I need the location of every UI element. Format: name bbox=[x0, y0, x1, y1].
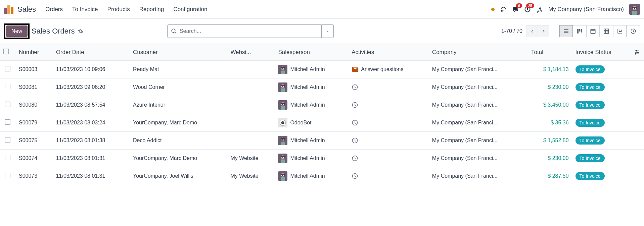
row-checkbox[interactable] bbox=[5, 137, 10, 143]
view-graph-button[interactable] bbox=[613, 25, 627, 37]
svg-point-37 bbox=[635, 53, 636, 54]
clock-icon bbox=[352, 102, 358, 108]
table-row[interactable]: S0007411/03/2023 08:01:31YourCompany, Ma… bbox=[0, 150, 644, 167]
new-button-highlight: New bbox=[4, 23, 30, 39]
company-selector[interactable]: My Company (San Francisco) bbox=[548, 6, 624, 13]
cell-activities[interactable] bbox=[348, 96, 429, 114]
row-checkbox[interactable] bbox=[5, 84, 10, 89]
cell-website: My Website bbox=[227, 150, 275, 167]
cell-activities[interactable] bbox=[348, 132, 429, 150]
cell-invoice-status: To Invoice bbox=[572, 78, 631, 96]
col-company[interactable]: Company bbox=[429, 44, 528, 61]
svg-rect-9 bbox=[632, 7, 637, 8]
col-total[interactable]: Total bbox=[528, 44, 572, 61]
cell-activities[interactable]: Answer questions bbox=[348, 61, 429, 78]
app-title[interactable]: Sales bbox=[17, 5, 36, 14]
cell-website bbox=[227, 61, 275, 78]
col-options[interactable] bbox=[631, 44, 644, 61]
status-badge: To Invoice bbox=[576, 101, 605, 109]
select-all-checkbox[interactable] bbox=[3, 49, 9, 54]
pager-prev-button[interactable] bbox=[526, 25, 538, 37]
col-customer[interactable]: Customer bbox=[130, 44, 227, 61]
cell-total: $ 35.36 bbox=[528, 114, 572, 132]
nav-products[interactable]: Products bbox=[107, 6, 130, 13]
cell-number: S00075 bbox=[15, 132, 53, 150]
cell-activities[interactable] bbox=[348, 150, 429, 167]
row-checkbox[interactable] bbox=[5, 173, 10, 178]
col-website[interactable]: Websi... bbox=[227, 44, 275, 61]
col-number[interactable]: Number bbox=[15, 44, 53, 61]
table-row[interactable]: S0007911/03/2023 08:03:24YourCompany, Ma… bbox=[0, 114, 644, 132]
pager-text[interactable]: 1-70 / 70 bbox=[501, 28, 522, 34]
cell-company: My Company (San Franci... bbox=[429, 78, 528, 96]
cell-company: My Company (San Franci... bbox=[429, 114, 528, 132]
cell-activities[interactable] bbox=[348, 78, 429, 96]
salesperson-avatar bbox=[278, 82, 287, 92]
sliders-icon bbox=[634, 49, 640, 55]
view-pivot-button[interactable] bbox=[600, 25, 613, 37]
cell-salesperson: Mitchell Admin bbox=[275, 167, 348, 185]
svg-point-43 bbox=[283, 68, 284, 69]
svg-point-12 bbox=[635, 8, 636, 9]
col-invoice-status[interactable]: Invoice Status bbox=[572, 44, 631, 61]
col-activities[interactable]: Activities bbox=[348, 44, 429, 61]
tools-icon[interactable] bbox=[536, 6, 543, 13]
cell-number: S00079 bbox=[15, 114, 53, 132]
search-dropdown-toggle[interactable] bbox=[322, 24, 334, 38]
svg-rect-55 bbox=[281, 103, 285, 104]
svg-rect-0 bbox=[501, 10, 502, 11]
col-order-date[interactable]: Order Date bbox=[53, 44, 130, 61]
activities-icon[interactable]: 25 bbox=[524, 6, 531, 13]
salesperson-name: Mitchell Admin bbox=[290, 155, 325, 161]
svg-rect-20 bbox=[579, 29, 580, 32]
cell-invoice-status: To Invoice bbox=[572, 150, 631, 167]
view-calendar-button[interactable] bbox=[586, 25, 600, 37]
table-row[interactable]: S0007311/03/2023 08:01:31YourCompany, Jo… bbox=[0, 167, 644, 185]
cell-number: S00074 bbox=[15, 150, 53, 167]
row-checkbox[interactable] bbox=[5, 66, 10, 71]
svg-point-86 bbox=[281, 175, 282, 176]
voip-icon[interactable] bbox=[500, 6, 507, 13]
row-checkbox[interactable] bbox=[5, 119, 10, 125]
svg-point-49 bbox=[281, 86, 282, 87]
col-salesperson[interactable]: Salesperson bbox=[275, 44, 348, 61]
user-avatar[interactable] bbox=[629, 4, 640, 15]
search-box[interactable] bbox=[167, 24, 322, 38]
gear-icon[interactable] bbox=[78, 29, 83, 34]
new-button[interactable]: New bbox=[6, 25, 28, 37]
table-row[interactable]: S0000311/03/2023 10:09:06Ready MatMitche… bbox=[0, 61, 644, 78]
view-activity-button[interactable] bbox=[627, 25, 640, 37]
cell-salesperson: Mitchell Admin bbox=[275, 96, 348, 114]
nav-to-invoice[interactable]: To Invoice bbox=[72, 6, 98, 13]
cell-company: My Company (San Franci... bbox=[429, 61, 528, 78]
row-checkbox[interactable] bbox=[5, 155, 10, 160]
cell-invoice-status: To Invoice bbox=[572, 132, 631, 150]
nav-reporting[interactable]: Reporting bbox=[139, 6, 164, 13]
table-row[interactable]: S0008111/03/2023 09:06:20Wood CornerMitc… bbox=[0, 78, 644, 96]
table-row[interactable]: S0007511/03/2023 08:01:38Deco AddictMitc… bbox=[0, 132, 644, 150]
clock-icon bbox=[352, 119, 358, 126]
svg-rect-26 bbox=[604, 29, 609, 34]
table-row[interactable]: S0008011/03/2023 08:57:54Azure InteriorM… bbox=[0, 96, 644, 114]
app-logo-icon[interactable] bbox=[4, 5, 13, 14]
cell-customer: YourCompany, Marc Demo bbox=[130, 114, 227, 132]
pager-next-button[interactable] bbox=[538, 25, 549, 37]
cell-activities[interactable] bbox=[348, 167, 429, 185]
cell-number: S00081 bbox=[15, 78, 53, 96]
calendar-icon bbox=[590, 28, 596, 34]
view-list-button[interactable] bbox=[559, 25, 573, 37]
messages-icon[interactable]: 6 bbox=[512, 6, 519, 13]
svg-line-15 bbox=[175, 32, 176, 34]
envelope-icon bbox=[352, 66, 359, 73]
cell-website bbox=[227, 96, 275, 114]
clock-icon bbox=[630, 28, 636, 34]
view-kanban-button[interactable] bbox=[573, 25, 586, 37]
row-checkbox[interactable] bbox=[5, 102, 10, 107]
nav-configuration[interactable]: Configuration bbox=[173, 6, 207, 13]
cell-company: My Company (San Franci... bbox=[429, 150, 528, 167]
search-input[interactable] bbox=[180, 28, 318, 34]
svg-point-57 bbox=[281, 104, 282, 105]
cell-activities[interactable] bbox=[348, 114, 429, 132]
nav-orders[interactable]: Orders bbox=[45, 6, 63, 13]
cell-customer: Wood Corner bbox=[130, 78, 227, 96]
